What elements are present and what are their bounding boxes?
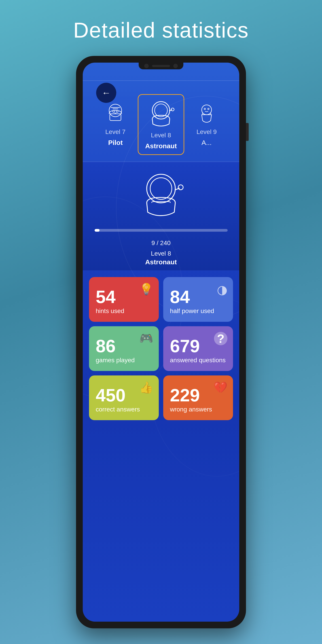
back-button[interactable]: ← bbox=[96, 83, 116, 103]
hints-icon: 💡 bbox=[139, 283, 153, 296]
stat-half-power: ◑ 84 half power used bbox=[163, 277, 233, 322]
character-display: 9 / 240 Level 8 Astronaut bbox=[83, 162, 239, 270]
level9-name: A... bbox=[202, 139, 212, 146]
astronaut-icon-selector bbox=[146, 99, 176, 128]
volume-button bbox=[246, 123, 249, 141]
screen-content: ← Level 7 Pilo bbox=[83, 62, 239, 622]
svg-point-17 bbox=[178, 185, 183, 190]
stat-wrong: 💔 229 wrong answers bbox=[163, 376, 233, 420]
pilot-icon bbox=[104, 103, 126, 125]
speaker-bar bbox=[152, 65, 170, 67]
progress-level: Level 8 bbox=[151, 250, 171, 257]
answered-label: answered questions bbox=[170, 356, 226, 364]
camera-dot-2 bbox=[173, 64, 178, 68]
progress-bar-background bbox=[94, 229, 228, 232]
character-astronaut[interactable]: Level 8 Astronaut bbox=[138, 94, 184, 155]
level9-level: Level 9 bbox=[196, 128, 217, 136]
stats-grid: 💡 54 hints used ◑ 84 half power used 🎮 8… bbox=[89, 277, 233, 420]
svg-point-13 bbox=[208, 108, 209, 110]
games-label: games played bbox=[96, 356, 152, 364]
astronaut-large-icon bbox=[136, 171, 186, 220]
correct-icon: 👍 bbox=[139, 381, 153, 394]
half-power-label: half power used bbox=[170, 307, 226, 315]
progress-fraction: 9 / 240 bbox=[152, 240, 170, 247]
answered-icon: ? bbox=[214, 332, 228, 345]
phone-notch bbox=[139, 62, 183, 69]
stat-hints: 💡 54 hints used bbox=[89, 277, 159, 322]
svg-point-12 bbox=[204, 108, 206, 110]
character-pilot[interactable]: Level 7 Pilot bbox=[100, 98, 131, 151]
progress-name: Astronaut bbox=[145, 258, 177, 266]
phone-screen: ← Level 7 Pilo bbox=[83, 62, 239, 622]
svg-rect-4 bbox=[110, 114, 121, 120]
progress-bar-container bbox=[94, 229, 228, 232]
wrong-label: wrong answers bbox=[170, 406, 226, 414]
pilot-level: Level 7 bbox=[105, 128, 126, 136]
stat-answered: ? 679 answered questions bbox=[163, 326, 233, 371]
page-title: Detailed statistics bbox=[73, 18, 249, 42]
astronaut-name: Astronaut bbox=[145, 142, 177, 150]
stat-games: 🎮 86 games played bbox=[89, 326, 159, 371]
pilot-name: Pilot bbox=[108, 139, 123, 146]
svg-point-6 bbox=[116, 111, 118, 112]
hints-label: hints used bbox=[96, 307, 152, 315]
back-arrow-icon: ← bbox=[102, 88, 111, 98]
progress-bar-fill bbox=[94, 229, 100, 232]
svg-point-11 bbox=[202, 105, 212, 115]
correct-label: correct answers bbox=[96, 406, 152, 414]
character-level9[interactable]: Level 9 A... bbox=[191, 98, 222, 151]
stat-correct: 👍 450 correct answers bbox=[89, 376, 159, 420]
half-power-icon: ◑ bbox=[217, 283, 228, 297]
games-icon: 🎮 bbox=[139, 332, 153, 345]
astronaut-level: Level 8 bbox=[151, 132, 171, 139]
svg-point-8 bbox=[154, 104, 167, 117]
wrong-icon: 💔 bbox=[214, 381, 228, 394]
svg-point-15 bbox=[150, 178, 172, 200]
level9-icon bbox=[196, 103, 218, 125]
phone-device: ← Level 7 Pilo bbox=[76, 56, 246, 628]
svg-point-10 bbox=[171, 108, 174, 111]
camera-dot bbox=[144, 64, 149, 68]
svg-point-5 bbox=[113, 111, 114, 112]
